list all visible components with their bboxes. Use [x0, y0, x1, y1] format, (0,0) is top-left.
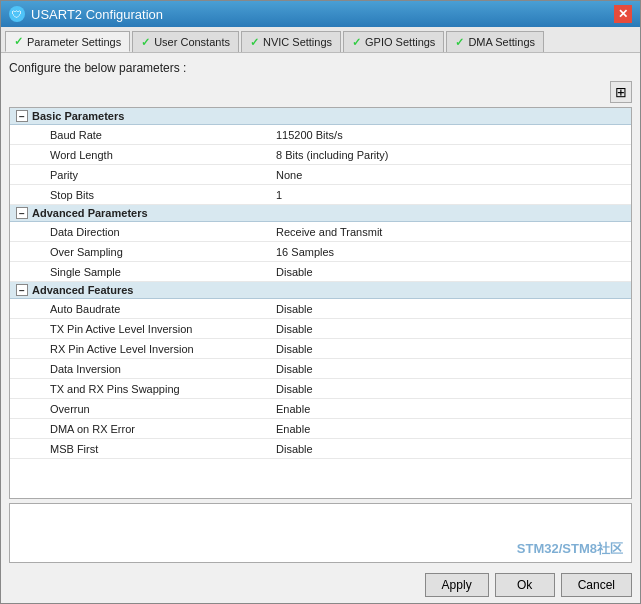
tab-check-icon: ✓	[14, 35, 23, 48]
param-value: Receive and Transmit	[270, 224, 631, 240]
window-title: USART2 Configuration	[31, 7, 163, 22]
bottom-panel: STM32/STM8社区	[9, 503, 632, 563]
config-label: Configure the below parameters :	[9, 61, 632, 75]
param-value: Enable	[270, 401, 631, 417]
params-container[interactable]: − Basic Parameters Baud Rate 115200 Bits…	[9, 107, 632, 499]
param-name: Stop Bits	[10, 187, 270, 203]
param-name: Auto Baudrate	[10, 301, 270, 317]
apply-button[interactable]: Apply	[425, 573, 489, 597]
param-name: RX Pin Active Level Inversion	[10, 341, 270, 357]
collapse-basic-icon: −	[16, 110, 28, 122]
tab-label: DMA Settings	[468, 36, 535, 48]
param-value: Disable	[270, 441, 631, 457]
toolbar-row: ⊞	[9, 81, 632, 103]
content-area: Configure the below parameters : ⊞ − Bas…	[1, 53, 640, 567]
tab-parameter-settings[interactable]: ✓ Parameter Settings	[5, 31, 130, 52]
param-baud-rate[interactable]: Baud Rate 115200 Bits/s	[10, 125, 631, 145]
ok-button[interactable]: Ok	[495, 573, 555, 597]
param-rx-active-level[interactable]: RX Pin Active Level Inversion Disable	[10, 339, 631, 359]
footer-buttons: Apply Ok Cancel	[1, 567, 640, 603]
param-single-sample[interactable]: Single Sample Disable	[10, 262, 631, 282]
param-word-length[interactable]: Word Length 8 Bits (including Parity)	[10, 145, 631, 165]
section-title: Basic Parameters	[32, 110, 124, 122]
watermark: STM32/STM8社区	[517, 540, 623, 558]
param-value: None	[270, 167, 631, 183]
param-stop-bits[interactable]: Stop Bits 1	[10, 185, 631, 205]
param-value: 8 Bits (including Parity)	[270, 147, 631, 163]
tab-label: GPIO Settings	[365, 36, 435, 48]
param-overrun[interactable]: Overrun Enable	[10, 399, 631, 419]
tabs-row: ✓ Parameter Settings ✓ User Constants ✓ …	[1, 27, 640, 53]
section-advanced-features[interactable]: − Advanced Features	[10, 282, 631, 299]
param-value: Disable	[270, 361, 631, 377]
title-bar: 🛡 USART2 Configuration ✕	[1, 1, 640, 27]
param-name: Parity	[10, 167, 270, 183]
main-window: 🛡 USART2 Configuration ✕ ✓ Parameter Set…	[0, 0, 641, 604]
param-name: Data Inversion	[10, 361, 270, 377]
collapse-advanced-icon: −	[16, 207, 28, 219]
tab-label: User Constants	[154, 36, 230, 48]
param-name: Data Direction	[10, 224, 270, 240]
param-data-direction[interactable]: Data Direction Receive and Transmit	[10, 222, 631, 242]
param-msb-first[interactable]: MSB First Disable	[10, 439, 631, 459]
section-title: Advanced Parameters	[32, 207, 148, 219]
param-name: Overrun	[10, 401, 270, 417]
param-name: TX Pin Active Level Inversion	[10, 321, 270, 337]
param-name: MSB First	[10, 441, 270, 457]
tab-check-icon: ✓	[352, 36, 361, 49]
param-name: Word Length	[10, 147, 270, 163]
param-value: Disable	[270, 381, 631, 397]
param-auto-baudrate[interactable]: Auto Baudrate Disable	[10, 299, 631, 319]
param-value: Disable	[270, 301, 631, 317]
param-value: Disable	[270, 264, 631, 280]
param-value: 1	[270, 187, 631, 203]
param-value: Disable	[270, 341, 631, 357]
param-value: 115200 Bits/s	[270, 127, 631, 143]
close-button[interactable]: ✕	[614, 5, 632, 23]
param-name: Baud Rate	[10, 127, 270, 143]
param-name: Single Sample	[10, 264, 270, 280]
param-name: Over Sampling	[10, 244, 270, 260]
param-name: DMA on RX Error	[10, 421, 270, 437]
section-title: Advanced Features	[32, 284, 133, 296]
param-dma-rx-error[interactable]: DMA on RX Error Enable	[10, 419, 631, 439]
param-tx-rx-swapping[interactable]: TX and RX Pins Swapping Disable	[10, 379, 631, 399]
param-over-sampling[interactable]: Over Sampling 16 Samples	[10, 242, 631, 262]
param-value: Disable	[270, 321, 631, 337]
section-advanced-parameters[interactable]: − Advanced Parameters	[10, 205, 631, 222]
section-basic-parameters[interactable]: − Basic Parameters	[10, 108, 631, 125]
param-data-inversion[interactable]: Data Inversion Disable	[10, 359, 631, 379]
tab-check-icon: ✓	[250, 36, 259, 49]
title-bar-left: 🛡 USART2 Configuration	[9, 6, 163, 22]
collapse-features-icon: −	[16, 284, 28, 296]
tab-check-icon: ✓	[141, 36, 150, 49]
grid-view-button[interactable]: ⊞	[610, 81, 632, 103]
tab-user-constants[interactable]: ✓ User Constants	[132, 31, 239, 52]
tab-dma-settings[interactable]: ✓ DMA Settings	[446, 31, 544, 52]
tab-label: Parameter Settings	[27, 36, 121, 48]
param-parity[interactable]: Parity None	[10, 165, 631, 185]
cancel-button[interactable]: Cancel	[561, 573, 632, 597]
param-value: Enable	[270, 421, 631, 437]
tab-nvic-settings[interactable]: ✓ NVIC Settings	[241, 31, 341, 52]
tab-label: NVIC Settings	[263, 36, 332, 48]
param-value: 16 Samples	[270, 244, 631, 260]
tab-check-icon: ✓	[455, 36, 464, 49]
app-icon: 🛡	[9, 6, 25, 22]
param-tx-active-level[interactable]: TX Pin Active Level Inversion Disable	[10, 319, 631, 339]
tab-gpio-settings[interactable]: ✓ GPIO Settings	[343, 31, 444, 52]
param-name: TX and RX Pins Swapping	[10, 381, 270, 397]
